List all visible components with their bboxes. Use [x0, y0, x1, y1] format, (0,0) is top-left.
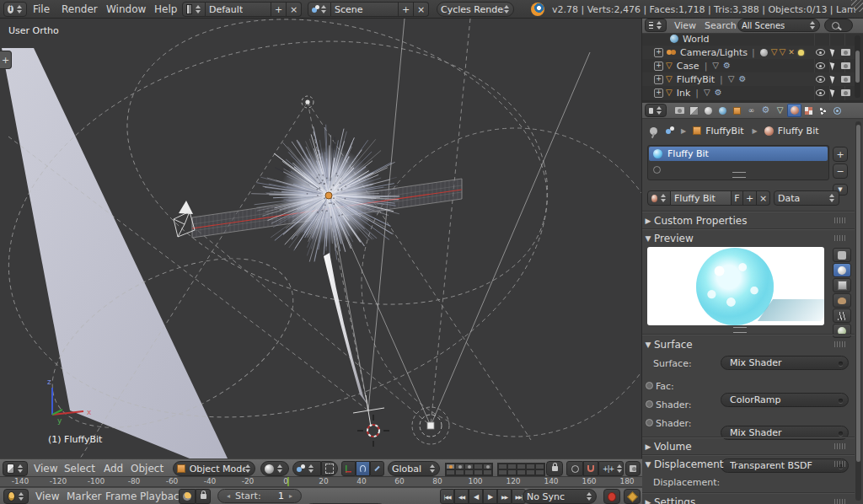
properties-scrollbar[interactable] [855, 121, 861, 501]
corner-resize-grip[interactable] [851, 0, 863, 12]
renderability-camera-icon[interactable] [841, 89, 850, 96]
viewport-3d[interactable]: x y z (1) FluffyBit User Ortho + [0, 19, 642, 458]
editor-type-button-outliner[interactable] [645, 19, 667, 32]
preview-flat-button[interactable] [833, 248, 851, 262]
preview-hair-button[interactable] [833, 308, 851, 323]
jump-to-start-button[interactable]: |◀◀ [440, 489, 454, 504]
shader1-input-select[interactable]: Mix Shader [721, 426, 849, 440]
menu-view3d-object[interactable]: Object [131, 463, 163, 475]
panel-header-settings[interactable]: ▶ Settings [642, 495, 855, 504]
tab-modifiers[interactable]: ⚙ [758, 104, 773, 117]
panel-grip-icon[interactable] [834, 217, 846, 223]
renderability-camera-icon[interactable] [841, 76, 850, 83]
menu-render[interactable]: Render [62, 3, 98, 15]
plane-object[interactable] [2, 48, 228, 458]
add-material-slot-button[interactable]: + [833, 147, 848, 162]
transform-orientation-select[interactable]: Global [388, 461, 440, 476]
lock-to-scene-button[interactable] [546, 461, 563, 476]
empty-dot-object[interactable] [305, 99, 309, 104]
outliner-row-world[interactable]: World [642, 34, 855, 46]
menu-window[interactable]: Window [106, 3, 146, 15]
tab-texture[interactable] [801, 104, 816, 117]
proportional-edit-select[interactable] [566, 461, 583, 476]
expand-icon[interactable]: + [654, 75, 663, 84]
material-link-select[interactable]: Data [774, 190, 839, 206]
mode-select[interactable]: Object Mode [173, 461, 255, 476]
screen-layout-icon-button[interactable] [182, 2, 206, 17]
breadcrumb-object-name[interactable]: FluffyBit [705, 126, 743, 137]
panel-grip-icon[interactable] [834, 461, 846, 467]
dandelion-object[interactable] [251, 125, 399, 405]
manipulator-toggle[interactable] [321, 461, 338, 476]
pin-icon[interactable] [650, 127, 657, 135]
manipulator-scale-button[interactable] [370, 461, 384, 476]
close-layout-button[interactable]: × [287, 2, 302, 17]
list-resize-grip[interactable] [732, 172, 746, 178]
decrement-arrow-icon[interactable]: ◂ [227, 492, 230, 500]
outliner-row-camera-lights[interactable]: + Camera/Lights | ▽ ▽ ✕ [642, 46, 855, 59]
snap-toggle[interactable] [583, 461, 598, 476]
panel-grip-icon[interactable] [834, 341, 846, 347]
visibility-eye-icon[interactable] [816, 89, 825, 96]
panel-header-custom-properties[interactable]: ▶ Custom Properties [642, 213, 855, 228]
record-button[interactable] [603, 489, 620, 504]
next-keyframe-button[interactable]: ▶▶ [497, 489, 512, 504]
empty-axes-object[interactable] [353, 395, 384, 426]
fake-user-button[interactable]: F [732, 190, 743, 206]
preview-world-button[interactable] [833, 324, 851, 338]
prev-keyframe-button[interactable]: ◀◀ [454, 489, 469, 504]
menu-view3d-add[interactable]: Add [104, 463, 123, 475]
menu-outliner-view[interactable]: View [674, 20, 696, 31]
tab-world[interactable] [716, 104, 730, 117]
breadcrumb-material-name[interactable]: Fluffy Bit [778, 126, 819, 137]
selectability-cursor-icon[interactable] [830, 74, 837, 83]
delete-scene-button[interactable]: × [414, 2, 429, 17]
layers-block-2[interactable] [497, 463, 545, 476]
menu-timeline-marker[interactable]: Marker [67, 491, 101, 502]
tab-data[interactable]: ▽ [773, 104, 787, 117]
manipulator-rotate-button[interactable] [356, 461, 370, 476]
renderability-camera-icon[interactable] [841, 62, 850, 69]
preview-monkey-button[interactable] [833, 293, 851, 308]
editor-type-button-properties[interactable] [645, 104, 667, 117]
scene-name[interactable]: Scene [331, 2, 399, 17]
pivot-point-select[interactable] [292, 461, 321, 476]
manipulator-translate-button[interactable] [341, 461, 356, 476]
add-layout-button[interactable]: + [271, 2, 287, 17]
visibility-eye-icon[interactable] [816, 76, 825, 83]
cursor-3d[interactable] [357, 415, 389, 447]
renderability-camera-icon[interactable] [841, 49, 850, 56]
tab-constraints[interactable]: ∞ [744, 104, 758, 117]
screen-layout-name[interactable]: Default [206, 2, 271, 17]
panel-header-volume[interactable]: ▶ Volume [642, 439, 855, 453]
tab-object[interactable] [730, 104, 744, 117]
scene-icon-button[interactable] [308, 2, 331, 17]
menu-help[interactable]: Help [154, 3, 177, 15]
browse-material-button[interactable] [647, 190, 671, 206]
panel-header-preview[interactable]: ▼ Preview [642, 231, 855, 245]
snap-element-select[interactable]: +|+ [598, 461, 624, 476]
outliner-row-case[interactable]: + ▽ Case | ▽ ⚙ [642, 59, 855, 72]
expand-icon[interactable]: + [654, 48, 663, 57]
menu-file[interactable]: File [33, 3, 50, 15]
opengl-render-button[interactable] [625, 461, 641, 476]
outliner-search-box[interactable] [824, 19, 853, 32]
preview-cube-button[interactable] [833, 278, 851, 292]
selectability-cursor-icon[interactable] [830, 47, 837, 56]
viewport-shading-select[interactable] [260, 461, 289, 476]
layers-widget[interactable] [445, 463, 545, 476]
selectability-cursor-icon[interactable] [830, 88, 837, 97]
fac-input-select[interactable]: ColorRamp [721, 393, 849, 407]
menu-view3d-select[interactable]: Select [64, 463, 95, 475]
editor-type-button-timeline[interactable] [3, 489, 29, 504]
lock-time-cursor-toggle[interactable] [196, 489, 211, 504]
menu-outliner-search[interactable]: Search [705, 20, 737, 31]
panel-grip-icon[interactable] [834, 235, 846, 241]
outliner-row-ink[interactable]: + ▽ Ink | ▽ ⚙ [642, 86, 855, 99]
visibility-eye-icon[interactable] [816, 62, 825, 69]
editor-type-button-info[interactable]: i [3, 2, 27, 17]
play-button[interactable]: ▶ [483, 489, 497, 504]
selectability-cursor-icon[interactable] [830, 61, 837, 70]
editor-type-button-view3d[interactable] [3, 461, 28, 476]
panel-grip-icon[interactable] [834, 443, 846, 449]
